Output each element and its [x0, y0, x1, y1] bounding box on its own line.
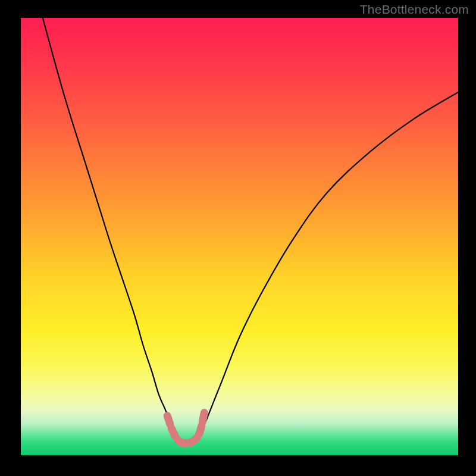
chart-root: TheBottleneck.com — [0, 0, 476, 476]
valley-marker — [167, 412, 204, 443]
left-curve — [43, 18, 181, 440]
plot-area — [21, 18, 458, 455]
right-curve — [198, 92, 458, 440]
curve-layer — [21, 18, 458, 455]
watermark-text: TheBottleneck.com — [360, 2, 469, 17]
